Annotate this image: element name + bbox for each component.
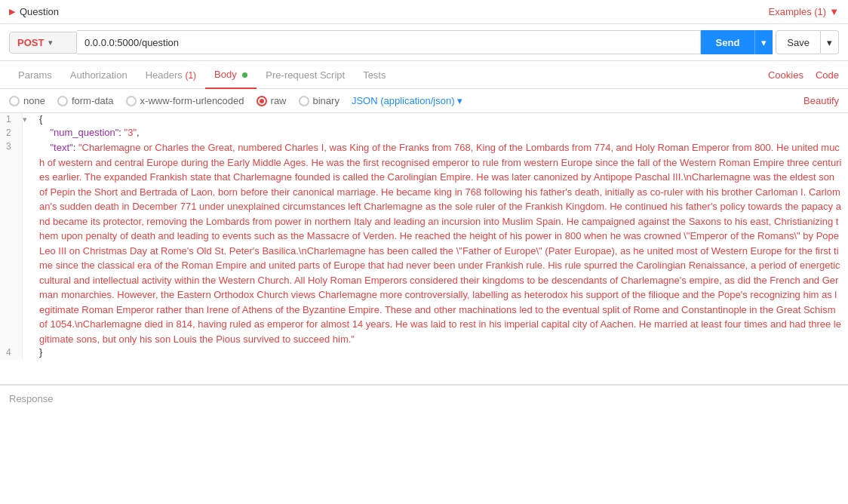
tab-pre-request[interactable]: Pre-request Script	[257, 62, 354, 88]
headers-badge: (1)	[185, 70, 196, 81]
code-line-1: 1 ▾ {	[0, 113, 848, 127]
cookies-link[interactable]: Cookies	[768, 69, 803, 81]
tab-headers[interactable]: Headers (1)	[137, 62, 205, 88]
save-button[interactable]: Save	[776, 30, 821, 54]
body-type-form-data[interactable]: form-data	[57, 95, 114, 106]
body-type-urlencoded[interactable]: x-www-form-urlencoded	[126, 95, 244, 106]
response-label: Response	[9, 393, 54, 404]
send-dropdown-button[interactable]: ▾	[754, 30, 773, 54]
body-type-binary[interactable]: binary	[299, 95, 340, 106]
top-bar: ▶ Question Examples (1) ▼	[0, 0, 848, 24]
collection-name: Question	[20, 6, 59, 17]
send-button-group: Send ▾	[701, 30, 773, 54]
body-dot	[242, 72, 247, 78]
radio-binary	[299, 96, 309, 106]
radio-none	[9, 96, 20, 106]
body-type-raw[interactable]: raw	[257, 95, 287, 106]
method-label: POST	[17, 37, 44, 48]
body-type-none[interactable]: none	[9, 95, 45, 106]
send-button[interactable]: Send	[701, 30, 755, 54]
examples-link[interactable]: Examples (1) ▼	[769, 6, 839, 17]
code-editor[interactable]: 1 ▾ { 2 "num_question": "3", 3 "text": "…	[0, 113, 848, 385]
tab-tests[interactable]: Tests	[354, 62, 395, 88]
response-section: Response	[0, 385, 848, 412]
body-type-selector: none form-data x-www-form-urlencoded raw…	[0, 89, 848, 113]
tab-params[interactable]: Params	[9, 62, 61, 88]
collection-arrow[interactable]: ▶	[9, 7, 15, 17]
radio-raw	[257, 96, 267, 106]
collection-title: ▶ Question	[9, 6, 59, 17]
save-dropdown-button[interactable]: ▾	[821, 30, 839, 54]
beautify-button[interactable]: Beautify	[803, 95, 839, 106]
request-tabs: Params Authorization Headers (1) Body Pr…	[0, 61, 848, 89]
tab-body[interactable]: Body	[205, 61, 257, 89]
url-input[interactable]	[77, 30, 701, 54]
radio-urlencoded	[126, 96, 137, 106]
url-bar: POST ▾ Send ▾ Save ▾	[0, 24, 848, 61]
save-button-group: Save ▾	[776, 30, 839, 54]
tabs-right: Cookies Code	[768, 69, 839, 81]
code-line-4: 4 }	[0, 346, 848, 360]
method-chevron-icon: ▾	[48, 38, 53, 48]
code-line-3: 3 "text": "Charlemagne or Charles the Gr…	[0, 140, 848, 346]
radio-form-data	[57, 96, 68, 106]
code-link[interactable]: Code	[816, 69, 839, 81]
code-line-2: 2 "num_question": "3",	[0, 127, 848, 140]
tab-authorization[interactable]: Authorization	[61, 62, 137, 88]
json-format-select[interactable]: JSON (application/json) ▾	[352, 95, 463, 106]
method-select[interactable]: POST ▾	[9, 32, 77, 54]
